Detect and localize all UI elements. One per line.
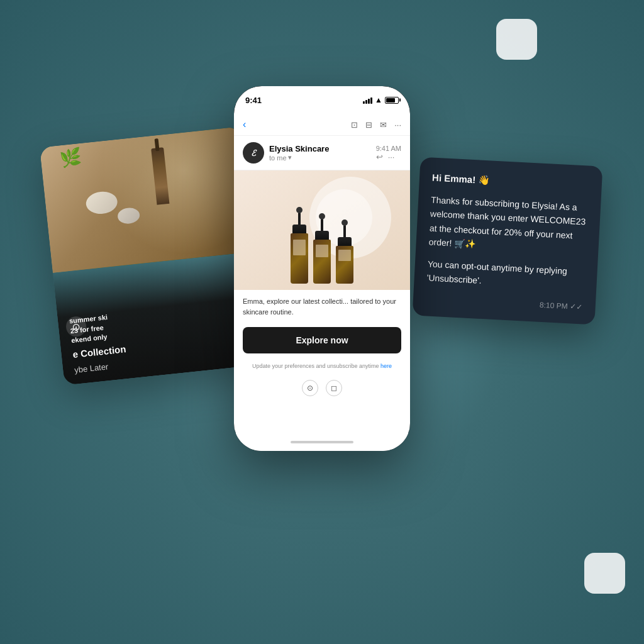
sms-greeting: Hi Emma! 👋 Thanks for subscribing to Ely… xyxy=(426,170,589,293)
email-header: ℰ Elysia Skincare to me ▾ 9:41 AM ↩ xyxy=(234,136,410,170)
phone-status-icons: ▲ xyxy=(363,96,399,104)
phone-screen: ‹ ⊡ ⊟ ✉ ··· ℰ Elysia Skincare xyxy=(234,114,410,451)
deco-square-bottom xyxy=(584,553,625,594)
left-card: 🌿 summer ski 23 for free ekend only e Co… xyxy=(40,126,265,385)
email-icon[interactable]: ✉ xyxy=(380,120,387,130)
more-icon[interactable]: ··· xyxy=(394,120,401,130)
email-body: Emma, explore our latest collecti... tai… xyxy=(234,170,410,433)
email-footer: Update your preferences and unsubscribe … xyxy=(234,357,410,376)
product-bottles xyxy=(291,212,353,290)
explore-now-button[interactable]: Explore now xyxy=(243,327,401,353)
archive-icon[interactable]: ⊡ xyxy=(351,120,358,130)
signal-icon xyxy=(363,96,372,104)
serum-bottle-2 xyxy=(313,218,331,284)
sms-timestamp: 8:10 PM ✓✓ xyxy=(426,295,583,312)
instagram-social-icon[interactable]: ◻ xyxy=(326,380,342,396)
email-sender-row: ℰ Elysia Skincare to me ▾ 9:41 AM ↩ xyxy=(243,142,401,164)
wifi-icon: ▲ xyxy=(375,96,382,104)
delete-icon[interactable]: ⊟ xyxy=(365,120,372,130)
dropper-3 xyxy=(343,225,346,237)
email-reply-icons: ↩ ··· xyxy=(376,152,401,162)
whatsapp-social-icon[interactable]: ⊙ xyxy=(302,380,318,396)
read-receipt-icon: ✓✓ xyxy=(570,303,583,312)
deco-square-top xyxy=(496,19,537,60)
dropper-1 xyxy=(298,212,301,225)
email-toolbar: ‹ ⊡ ⊟ ✉ ··· xyxy=(234,114,410,136)
phone-time: 9:41 xyxy=(245,96,262,105)
dropper-2 xyxy=(321,218,323,231)
left-card-overlay: summer ski 23 for free ekend only e Coll… xyxy=(53,252,265,385)
scene: 🌿 summer ski 23 for free ekend only e Co… xyxy=(70,86,574,558)
email-social-icons: ⊙ ◻ xyxy=(234,376,410,400)
phone-status-bar: 9:41 ▲ xyxy=(234,86,410,114)
email-time: 9:41 AM xyxy=(376,145,401,152)
sender-to: to me ▾ xyxy=(269,153,329,162)
plant-decoration: 🌿 xyxy=(58,147,82,169)
product-image xyxy=(234,170,410,290)
sender-name: Elysia Skincare xyxy=(269,144,329,153)
reply-icon[interactable]: ↩ xyxy=(376,152,383,162)
more-options-icon[interactable]: ··· xyxy=(388,152,395,162)
sender-avatar: ℰ xyxy=(243,142,264,164)
battery-icon xyxy=(385,97,399,104)
serum-bottle-3 xyxy=(336,225,353,284)
unsubscribe-link[interactable]: here xyxy=(380,363,392,369)
sms-card: Hi Emma! 👋 Thanks for subscribing to Ely… xyxy=(413,157,603,325)
back-button[interactable]: ‹ xyxy=(243,119,246,130)
email-sender-info: ℰ Elysia Skincare to me ▾ xyxy=(243,142,329,164)
home-indicator xyxy=(234,433,410,451)
left-card-product-image: 🌿 xyxy=(40,126,253,272)
serum-bottle-1 xyxy=(291,212,308,284)
email-body-text: Emma, explore our latest collecti... tai… xyxy=(234,290,410,323)
email-toolbar-actions: ⊡ ⊟ ✉ ··· xyxy=(351,120,401,130)
phone: 9:41 ▲ ‹ ⊡ ⊟ xyxy=(234,86,410,451)
